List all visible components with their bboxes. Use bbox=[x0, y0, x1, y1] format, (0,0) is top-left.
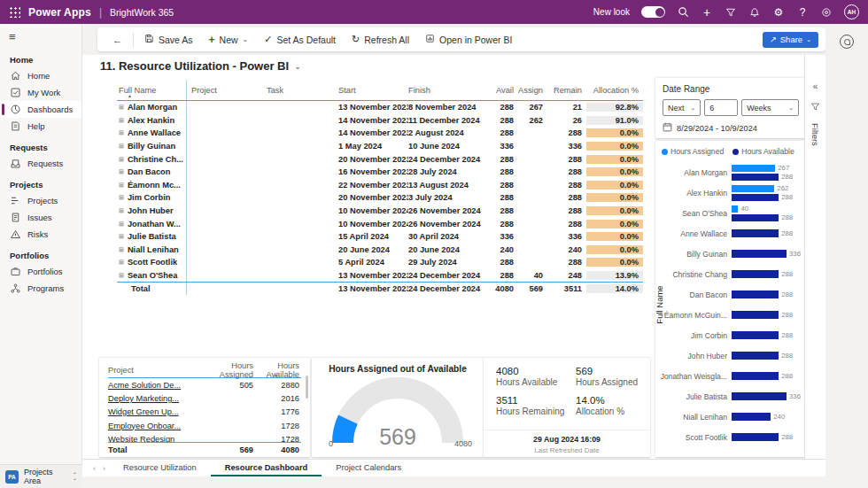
tab-next-icon[interactable]: › bbox=[99, 460, 109, 476]
column-header-project[interactable]: Project bbox=[108, 366, 202, 375]
bar-value-label: 336 bbox=[789, 392, 801, 400]
available-bar[interactable] bbox=[732, 352, 779, 360]
help-icon[interactable]: ? bbox=[796, 6, 809, 19]
environment-name[interactable]: BrightWork 365 bbox=[110, 7, 174, 18]
available-bar[interactable] bbox=[732, 214, 779, 221]
svg-text:569: 569 bbox=[379, 424, 416, 449]
available-bar[interactable] bbox=[732, 250, 787, 258]
settings-icon[interactable]: ⚙ bbox=[772, 6, 785, 19]
expand-filters-icon[interactable]: « bbox=[813, 81, 818, 91]
column-header-project[interactable]: Project bbox=[186, 80, 264, 100]
refresh-all-button[interactable]: ↻ Refresh All bbox=[344, 27, 417, 51]
tab-resource-utilization[interactable]: Resource Utilization bbox=[109, 460, 211, 476]
column-header-assign[interactable]: Assign bbox=[518, 86, 547, 95]
column-header-start[interactable]: Start bbox=[338, 86, 408, 95]
assigned-bar[interactable] bbox=[732, 205, 738, 213]
available-bar[interactable] bbox=[732, 392, 787, 400]
notifications-icon[interactable] bbox=[748, 6, 761, 19]
open-in-power-bi-button[interactable]: Open in Power BI bbox=[417, 27, 520, 51]
row-expand-icon[interactable]: ⊞ bbox=[119, 207, 124, 214]
available-bar[interactable] bbox=[732, 413, 771, 421]
row-expand-icon[interactable]: ⊞ bbox=[119, 221, 124, 228]
row-expand-icon[interactable]: ⊞ bbox=[119, 194, 124, 201]
sidebar-item-my-work[interactable]: My Work bbox=[0, 84, 81, 101]
sidebar-item-portfolios[interactable]: Portfolios bbox=[0, 263, 81, 280]
available-bar[interactable] bbox=[732, 229, 779, 237]
stat-label: Hours Remaining bbox=[496, 407, 576, 416]
menu-icon[interactable]: ≡ bbox=[0, 24, 81, 47]
project-link[interactable]: Employee Onboar... bbox=[108, 422, 181, 430]
new-look-toggle[interactable] bbox=[641, 6, 665, 18]
sidebar-item-home[interactable]: Home bbox=[0, 67, 81, 84]
row-expand-icon[interactable]: ⊞ bbox=[119, 246, 124, 253]
scrollbar-thumb[interactable] bbox=[306, 376, 308, 399]
project-link[interactable]: Acme Solution De... bbox=[108, 381, 181, 390]
start-cell: 13 November 2023 bbox=[338, 103, 408, 112]
waffle-icon[interactable] bbox=[9, 6, 20, 18]
new-button[interactable]: + New ⌄ bbox=[201, 27, 257, 51]
row-expand-icon[interactable]: ⊞ bbox=[119, 272, 124, 279]
sidebar-item-requests[interactable]: Requests bbox=[0, 155, 81, 172]
save-as-button[interactable]: Save As bbox=[136, 27, 201, 51]
full-name-cell: Éamonn Mc... bbox=[128, 181, 181, 190]
assigned-bar[interactable] bbox=[732, 185, 774, 192]
project-cell bbox=[186, 244, 264, 257]
available-bar[interactable] bbox=[732, 290, 779, 298]
column-header-remain[interactable]: Remain bbox=[547, 86, 586, 95]
available-bar[interactable] bbox=[732, 270, 779, 278]
sidebar-item-dashboards[interactable]: Dashboards bbox=[0, 101, 81, 118]
available-cell: 2880 bbox=[253, 381, 299, 390]
tab-resource-dashboard[interactable]: Resource Dashboard bbox=[211, 460, 322, 476]
project-link[interactable]: Widget Green Up... bbox=[108, 407, 179, 416]
count-input[interactable] bbox=[704, 99, 738, 116]
set-as-default-button[interactable]: ✓ Set As Default bbox=[256, 27, 344, 51]
remain-cell: 21 bbox=[547, 103, 586, 112]
sidebar-item-risks[interactable]: Risks bbox=[0, 226, 81, 243]
environment-picker[interactable]: PA Projects Area ⌃⌄ bbox=[0, 464, 82, 488]
column-header-hours-assigned[interactable]: Hours Assigned bbox=[202, 361, 253, 379]
sidebar-item-projects[interactable]: Projects bbox=[0, 192, 81, 209]
share-button[interactable]: ↗ Share ⌄ bbox=[763, 32, 818, 48]
tab-project-calendars[interactable]: Project Calendars bbox=[322, 460, 415, 476]
row-expand-icon[interactable]: ⊞ bbox=[119, 182, 124, 189]
chevron-down-icon: ⌄ bbox=[690, 105, 695, 112]
row-expand-icon[interactable]: ⊞ bbox=[119, 104, 124, 111]
gauge-title: Hours Assigned out of Available bbox=[312, 364, 484, 374]
column-header-finish[interactable]: Finish bbox=[408, 86, 493, 95]
project-cell bbox=[186, 166, 264, 179]
row-expand-icon[interactable]: ⊞ bbox=[119, 233, 124, 240]
direction-select[interactable]: Next⌄ bbox=[663, 99, 701, 116]
available-bar[interactable] bbox=[732, 331, 779, 339]
sidebar-item-issues[interactable]: Issues bbox=[0, 209, 81, 226]
available-bar[interactable] bbox=[732, 194, 779, 201]
project-link[interactable]: Deploy Marketing... bbox=[108, 394, 179, 403]
available-bar[interactable] bbox=[732, 174, 779, 181]
start-cell: 20 June 2024 bbox=[338, 245, 408, 254]
avatar[interactable]: AH bbox=[844, 4, 859, 19]
row-expand-icon[interactable]: ⊞ bbox=[119, 129, 124, 136]
row-expand-icon[interactable]: ⊞ bbox=[119, 117, 124, 124]
column-header-task[interactable]: Task bbox=[264, 86, 338, 95]
sidebar-item-help[interactable]: Help bbox=[0, 118, 81, 135]
add-icon[interactable]: + bbox=[701, 6, 713, 19]
assigned-bar[interactable] bbox=[732, 165, 775, 172]
copilot-icon[interactable] bbox=[820, 6, 833, 19]
row-expand-icon[interactable]: ⊞ bbox=[119, 168, 124, 175]
project-link[interactable]: Website Redesign bbox=[108, 435, 174, 442]
filter-icon[interactable] bbox=[725, 6, 737, 19]
back-button[interactable]: ← bbox=[105, 27, 130, 51]
row-expand-icon[interactable]: ⊞ bbox=[119, 259, 124, 266]
unit-select[interactable]: Weeks⌄ bbox=[741, 99, 799, 116]
available-bar[interactable] bbox=[732, 372, 779, 380]
column-header-allocation[interactable]: Allocation % bbox=[586, 86, 643, 95]
row-expand-icon[interactable]: ⊞ bbox=[119, 156, 124, 163]
page-title[interactable]: 11. Resource Utilization - Power BI ⌄ bbox=[100, 59, 301, 73]
tab-prev-icon[interactable]: ‹ bbox=[89, 460, 99, 476]
available-bar[interactable] bbox=[732, 311, 779, 319]
copilot-panel-icon[interactable] bbox=[840, 35, 854, 49]
row-expand-icon[interactable]: ⊞ bbox=[119, 143, 124, 150]
search-icon[interactable] bbox=[677, 6, 689, 19]
available-bar[interactable] bbox=[732, 433, 779, 441]
sidebar-item-programs[interactable]: Programs bbox=[0, 280, 81, 297]
column-header-avail[interactable]: Avail bbox=[493, 86, 518, 95]
